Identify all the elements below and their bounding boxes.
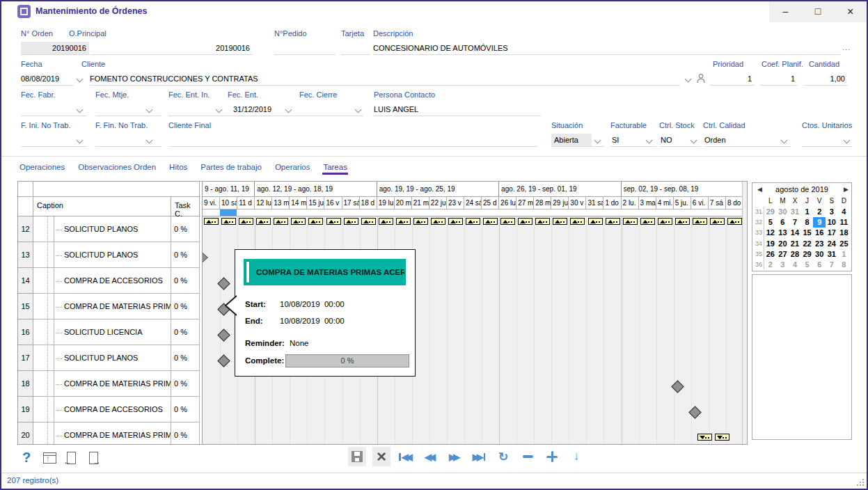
summary-marker-icon[interactable] xyxy=(658,218,672,225)
calendar-day[interactable]: 17 xyxy=(826,228,838,238)
resize-grip-icon[interactable] xyxy=(862,484,864,486)
fecha-field[interactable]: 08/08/2019 xyxy=(21,72,74,86)
summary-marker-down-icon[interactable] xyxy=(715,434,729,441)
calendar-day[interactable]: 28 xyxy=(789,249,801,260)
summary-marker-icon[interactable] xyxy=(413,218,428,225)
previous-record-button[interactable]: ◀◀ xyxy=(421,447,439,466)
milestone-arrow-icon[interactable] xyxy=(203,253,207,262)
summary-marker-icon[interactable] xyxy=(466,218,480,225)
calendar-day[interactable]: 8 xyxy=(838,260,851,270)
save-button[interactable] xyxy=(348,447,366,466)
cancel-button[interactable]: × xyxy=(372,447,390,466)
calendar-day[interactable]: 20 xyxy=(777,239,789,249)
calendar-day[interactable]: 4 xyxy=(838,207,851,217)
summary-marker-icon[interactable] xyxy=(640,218,655,225)
table-row[interactable]: 16SOLICITUD LICENCIA0 % xyxy=(18,319,200,345)
table-row[interactable]: 17SOLICITUD PLANOS0 % xyxy=(18,345,200,371)
tab-hitos[interactable]: Hitos xyxy=(168,160,188,175)
f-fin-no-trab-chevron-icon[interactable] xyxy=(145,138,153,145)
move-down-button[interactable]: ↓ xyxy=(567,447,585,466)
calendar-next-icon[interactable]: ▶ xyxy=(844,186,849,193)
calendar-day[interactable]: 11 xyxy=(838,217,851,228)
calendar-day[interactable]: 31 xyxy=(789,207,801,217)
ctos-unitarios-chevron-icon[interactable] xyxy=(842,138,851,145)
calendar-day[interactable]: 31 xyxy=(826,249,838,260)
summary-marker-down-icon[interactable] xyxy=(697,434,712,441)
n-pedido-field[interactable] xyxy=(274,42,336,55)
gantt-vertical-scrollbar[interactable] xyxy=(742,182,747,444)
maximize-button[interactable]: □ xyxy=(802,1,835,22)
summary-marker-icon[interactable] xyxy=(588,218,603,225)
summary-marker-icon[interactable] xyxy=(291,218,306,225)
tab-operarios[interactable]: Operarios xyxy=(274,160,311,175)
add-button[interactable] xyxy=(543,447,561,466)
table-row[interactable]: 18COMPRA DE MATERIAS PRIMAS A0 % xyxy=(18,371,200,397)
calendar-day[interactable]: 16 xyxy=(813,228,826,238)
situacion-field[interactable]: Abierta xyxy=(551,134,592,146)
calendar-day[interactable]: 29 xyxy=(764,207,777,217)
coef-planif-field[interactable]: 1 xyxy=(760,72,798,86)
summary-marker-icon[interactable] xyxy=(727,218,742,225)
last-record-button[interactable]: ▶▶ xyxy=(470,447,488,466)
calendar-day[interactable]: 6 xyxy=(813,260,826,270)
summary-marker-icon[interactable] xyxy=(710,218,725,225)
milestone-diamond-icon[interactable] xyxy=(671,380,684,393)
close-button[interactable]: × xyxy=(834,1,867,22)
calendar-day[interactable]: 30 xyxy=(777,207,789,217)
calendar-day[interactable]: 15 xyxy=(801,228,814,238)
table-row[interactable]: 14COMPRA DE ACCESORIOS0 % xyxy=(18,268,200,294)
fecha-dropdown-chevron-icon[interactable] xyxy=(75,77,84,84)
calendar-day[interactable]: 6 xyxy=(777,217,789,228)
summary-marker-icon[interactable] xyxy=(361,218,376,225)
tab-operaciones[interactable]: Operaciones xyxy=(19,160,65,175)
fec-fabr-chevron-icon[interactable] xyxy=(75,107,84,114)
summary-marker-icon[interactable] xyxy=(448,218,463,225)
calendar-day[interactable]: 21 xyxy=(789,239,801,249)
summary-marker-icon[interactable] xyxy=(256,218,271,225)
tab-observaciones-orden[interactable]: Observaciones Orden xyxy=(77,160,157,175)
descripcion-field[interactable]: CONCESIONARIO DE AUTOMÓVILES xyxy=(373,42,841,55)
summary-marker-icon[interactable] xyxy=(239,218,253,225)
table-row[interactable]: 19COMPRA DE ACCESORIOS0 % xyxy=(18,397,200,422)
table-row[interactable]: 12SOLICITUD PLANOS0 % xyxy=(18,216,200,242)
table-row[interactable]: 13SOLICITUD PLANOS0 % xyxy=(18,242,200,268)
calendar-day[interactable]: 22 xyxy=(801,239,814,249)
ctrl-calidad-chevron-icon[interactable] xyxy=(780,138,788,145)
descripcion-ellipsis-button[interactable]: ... xyxy=(842,43,851,52)
n-orden-field[interactable]: 20190016 xyxy=(21,42,89,55)
task-complete-column-header[interactable]: Task C. xyxy=(171,197,200,216)
summary-marker-icon[interactable] xyxy=(518,218,532,225)
prioridad-field[interactable]: 1 xyxy=(710,72,755,86)
calendar-day[interactable]: 19 xyxy=(764,239,777,249)
calendar-day[interactable]: 3 xyxy=(826,207,838,217)
minimize-button[interactable]: – xyxy=(769,1,802,22)
page-previous-icon[interactable]: ← xyxy=(67,452,76,464)
summary-marker-icon[interactable] xyxy=(570,218,585,225)
calendar-day[interactable]: 8 xyxy=(801,217,814,228)
summary-marker-icon[interactable] xyxy=(535,218,550,225)
calendar-day[interactable]: 25 xyxy=(838,239,851,249)
summary-marker-icon[interactable] xyxy=(344,218,358,225)
summary-marker-icon[interactable] xyxy=(606,218,620,225)
calendar-day[interactable]: 2 xyxy=(764,260,777,270)
tarjeta-field[interactable] xyxy=(341,42,370,55)
calendar-day[interactable]: 30 xyxy=(813,249,826,260)
summary-marker-icon[interactable] xyxy=(623,218,638,225)
next-record-button[interactable]: ▶▶ xyxy=(445,447,464,466)
summary-marker-icon[interactable] xyxy=(274,218,288,225)
cliente-final-field[interactable] xyxy=(168,134,537,147)
summary-marker-icon[interactable] xyxy=(379,218,393,225)
situacion-chevron-icon[interactable] xyxy=(593,138,601,145)
fec-cierre-chevron-icon[interactable] xyxy=(354,107,362,114)
calendar-day[interactable]: 1 xyxy=(838,249,851,260)
remove-button[interactable] xyxy=(519,447,537,466)
calendar-day[interactable]: 3 xyxy=(777,260,789,270)
calendar-day[interactable]: 2 xyxy=(813,207,826,217)
calendar-day[interactable]: 29 xyxy=(801,249,814,260)
calendar-day[interactable]: 5 xyxy=(801,260,814,270)
tab-tareas[interactable]: Tareas xyxy=(322,160,348,175)
cantidad-field[interactable]: 1,00 xyxy=(803,72,848,86)
ctrl-calidad-field[interactable]: Orden xyxy=(703,134,791,147)
calendar-day[interactable]: 26 xyxy=(764,249,777,260)
fec-mtje-chevron-icon[interactable] xyxy=(145,107,153,114)
